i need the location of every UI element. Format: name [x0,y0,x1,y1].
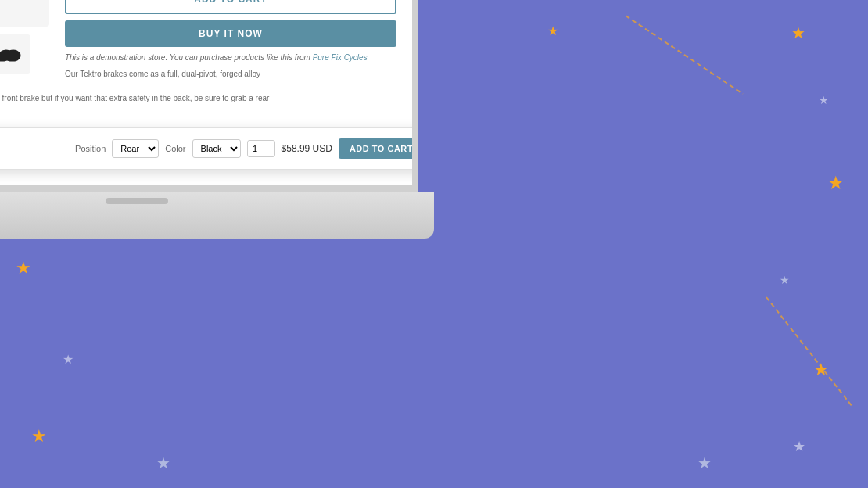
product-description-plain2: All of our standard fixies ship with a f… [0,92,396,104]
svg-line-1 [766,297,852,407]
star-icon: ★ [698,454,712,472]
star-icon: ★ [813,360,829,380]
star-icon: ★ [156,454,170,472]
product-description-italic: This is a demonstration store. You can p… [65,52,396,63]
thumbnail-list [0,34,49,74]
star-icon: ★ [780,274,790,286]
product-description-plain: Our Tektro brakes come as a full, dual-p… [65,68,396,80]
main-product-image [0,0,49,27]
laptop-base [0,192,434,239]
star-icon: ★ [16,258,31,278]
star-icon: ★ [547,23,558,38]
star-icon: ★ [827,172,845,194]
add-to-cart-button[interactable]: ADD TO CART [65,0,396,14]
bottom-color-select[interactable]: Black Silver [192,139,241,158]
bottom-position-label: Position [75,144,106,153]
bottom-price: $58.99 USD [282,143,332,154]
thumbnail-3[interactable] [0,34,30,74]
product-details: Brake Kit $58.99 USD Position Rear Front [65,0,396,80]
star-icon: ★ [31,426,47,447]
star-icon: ★ [793,438,805,455]
star-icon: ★ [819,94,829,106]
bottom-position-select[interactable]: Rear Front [112,139,159,158]
star-icon: ★ [791,23,805,42]
bottom-sticky-bar: Brake Kit - Rear / Black f t G+ in P t P… [0,127,412,170]
star-icon: ★ [63,352,74,367]
bottom-controls: Position Rear Front Color Black Silver $… [75,138,412,159]
laptop-screen: Brake Kit - Rear / Black f t G+ in P t P… [0,0,418,192]
svg-line-0 [626,16,743,94]
website: Brake Kit - Rear / Black f t G+ in P t P… [0,0,412,185]
bottom-quantity-input[interactable] [247,140,275,157]
brake-kit-svg [0,0,34,19]
bottom-add-to-cart-button[interactable]: ADD TO CART [339,138,412,159]
product-gallery [0,0,49,80]
pure-fix-link[interactable]: Pure Fix Cycles [313,53,368,62]
buy-now-button[interactable]: BUY IT NOW [65,20,396,47]
product-area: Brake Kit $58.99 USD Position Rear Front [0,0,412,88]
bottom-description: All of our standard fixies ship with a f… [0,92,412,109]
bottom-color-label: Color [165,144,185,153]
laptop: Brake Kit - Rear / Black f t G+ in P t P… [0,0,434,239]
